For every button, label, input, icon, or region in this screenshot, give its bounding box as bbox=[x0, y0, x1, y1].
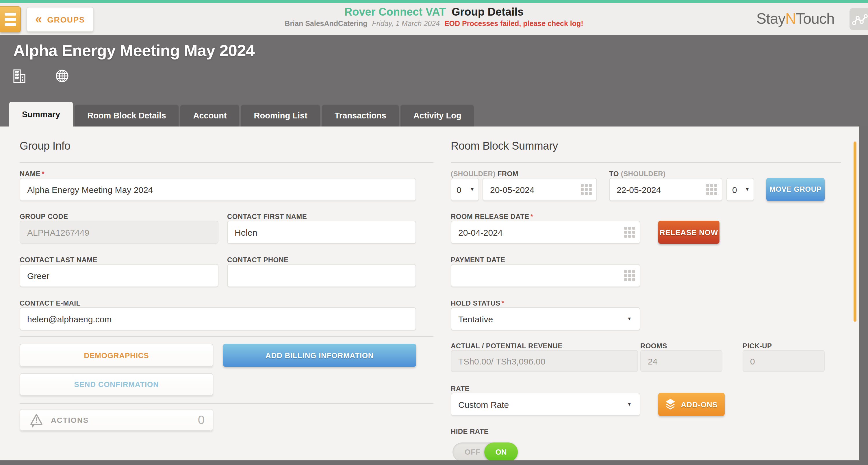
required-asterisk: * bbox=[41, 170, 44, 178]
room-release-date-label: ROOM RELEASE DATE* bbox=[451, 212, 841, 221]
group-name-title: Alpha Energy Meeting May 2024 bbox=[13, 42, 254, 60]
double-chevron-left-icon: « bbox=[35, 12, 42, 25]
business-date: Friday, 1 March 2024 bbox=[372, 20, 440, 28]
calendar-grid-icon[interactable] bbox=[706, 184, 717, 195]
demographics-button[interactable]: DEMOGRAPHICS bbox=[20, 344, 213, 367]
to-shoulder-label: TO (SHOULDER) bbox=[609, 170, 665, 178]
pickup-label: PICK-UP bbox=[743, 342, 772, 350]
group-code-label: GROUP CODE bbox=[20, 212, 68, 221]
payment-date-input[interactable] bbox=[451, 264, 640, 287]
hotel-building-icon bbox=[13, 69, 25, 83]
shoulder-from-label: (SHOULDER) FROM bbox=[451, 170, 518, 178]
contact-last-name-label: CONTACT LAST NAME bbox=[20, 256, 97, 264]
group-header-band: Alpha Energy Meeting May 2024 bbox=[0, 35, 868, 127]
stayntouch-logo: StayNTouch bbox=[756, 10, 835, 28]
send-confirmation-button[interactable]: SEND CONFIRMATION bbox=[20, 373, 213, 396]
tab-rooming-list[interactable]: Rooming List bbox=[241, 105, 320, 127]
brand-title: Rover Connect VAT bbox=[344, 6, 446, 18]
rooms-value-field bbox=[640, 350, 722, 372]
top-bar: « GROUPS Rover Connect VATGroup Details … bbox=[0, 3, 868, 35]
room-release-date-field bbox=[451, 221, 640, 244]
globe-icon bbox=[56, 69, 69, 82]
activity-monitor-button[interactable] bbox=[849, 8, 868, 30]
room-block-summary-section: Room Block Summary (SHOULDER) FROM TO (S… bbox=[451, 127, 841, 460]
tab-account[interactable]: Account bbox=[181, 105, 240, 127]
room-block-summary-heading: Room Block Summary bbox=[451, 139, 841, 153]
required-asterisk: * bbox=[502, 299, 504, 307]
caret-down-icon: ▼ bbox=[627, 402, 632, 407]
tab-transactions[interactable]: Transactions bbox=[322, 105, 399, 127]
tab-activity-log[interactable]: Activity Log bbox=[401, 105, 474, 127]
contact-email-input[interactable] bbox=[20, 307, 416, 330]
hide-rate-label: HIDE RATE bbox=[451, 427, 841, 436]
content-area: Group Info NAME* GROUP CODE CONTACT FIRS… bbox=[0, 127, 868, 465]
caret-down-icon: ▼ bbox=[627, 316, 632, 322]
shoulder-from-dropdown[interactable]: 0 ▼ bbox=[451, 178, 479, 201]
tab-summary[interactable]: Summary bbox=[9, 102, 73, 127]
page: « GROUPS Rover Connect VATGroup Details … bbox=[0, 0, 868, 465]
tab-room-block-details[interactable]: Room Block Details bbox=[74, 105, 179, 127]
move-group-button[interactable]: MOVE GROUP bbox=[766, 178, 825, 201]
divider bbox=[451, 162, 841, 163]
summary-panel: Group Info NAME* GROUP CODE CONTACT FIRS… bbox=[0, 127, 859, 460]
revenue-label: ACTUAL / POTENTIAL REVENUE bbox=[451, 342, 563, 350]
toggle-on-knob: ON bbox=[484, 442, 518, 460]
pulse-line-icon bbox=[852, 11, 868, 27]
divider bbox=[20, 403, 433, 404]
contact-email-label: CONTACT E-MAIL bbox=[20, 299, 416, 307]
name-input[interactable] bbox=[20, 178, 416, 201]
group-info-heading: Group Info bbox=[20, 139, 416, 153]
warning-bubble-icon bbox=[28, 412, 44, 428]
contact-last-name-input[interactable] bbox=[20, 264, 218, 287]
contact-first-name-input[interactable] bbox=[227, 221, 416, 244]
room-release-date-input[interactable] bbox=[451, 221, 640, 244]
pickup-value-field bbox=[743, 350, 825, 372]
shoulder-to-dropdown[interactable]: 0 ▼ bbox=[726, 178, 754, 201]
tab-bar: Summary Room Block Details Account Roomi… bbox=[9, 102, 476, 127]
actions-button[interactable]: ACTIONS 0 bbox=[20, 409, 213, 431]
to-date-input[interactable] bbox=[609, 178, 722, 201]
name-label: NAME* bbox=[20, 170, 416, 178]
rooms-label: ROOMS bbox=[640, 342, 667, 350]
contact-phone-label: CONTACT PHONE bbox=[227, 256, 289, 264]
revenue-value-field bbox=[451, 350, 638, 372]
payment-date-label: PAYMENT DATE bbox=[451, 256, 841, 264]
actions-label: ACTIONS bbox=[51, 416, 89, 424]
groups-button-label: GROUPS bbox=[47, 15, 85, 24]
calendar-grid-icon[interactable] bbox=[624, 270, 635, 281]
to-date-field bbox=[609, 178, 722, 201]
hide-rate-toggle[interactable]: OFF ON bbox=[453, 442, 518, 460]
caret-down-icon: ▼ bbox=[745, 187, 749, 192]
top-accent-strip bbox=[0, 0, 868, 3]
group-code-input bbox=[20, 221, 218, 244]
required-asterisk: * bbox=[530, 212, 533, 221]
eod-alert[interactable]: EOD Processes failed, please check log! bbox=[444, 20, 583, 28]
current-user: Brian SalesAndCatering bbox=[285, 20, 367, 28]
group-info-section: Group Info NAME* GROUP CODE CONTACT FIRS… bbox=[20, 127, 416, 431]
payment-date-field bbox=[451, 264, 640, 287]
layers-icon bbox=[665, 398, 676, 410]
page-title: Group Details bbox=[452, 6, 524, 18]
scrollbar-thumb[interactable] bbox=[854, 141, 857, 322]
toggle-off-label: OFF bbox=[465, 442, 480, 460]
actions-count: 0 bbox=[198, 413, 205, 427]
hold-status-label: HOLD STATUS* bbox=[451, 299, 841, 307]
release-now-button[interactable]: RELEASE NOW bbox=[658, 221, 719, 244]
calendar-grid-icon[interactable] bbox=[581, 184, 592, 195]
add-ons-button[interactable]: ADD-ONS bbox=[658, 393, 725, 416]
contact-phone-input[interactable] bbox=[227, 264, 416, 287]
hamburger-menu-icon[interactable] bbox=[0, 6, 21, 32]
groups-back-button[interactable]: « GROUPS bbox=[27, 7, 94, 32]
topbar-titles: Rover Connect VATGroup Details Brian Sal… bbox=[285, 6, 583, 28]
divider bbox=[20, 336, 433, 337]
rate-dropdown[interactable]: Custom Rate ▼ bbox=[451, 393, 640, 416]
rate-label: RATE bbox=[451, 385, 841, 393]
contact-first-name-label: CONTACT FIRST NAME bbox=[227, 212, 307, 221]
divider bbox=[20, 162, 433, 163]
from-date-field bbox=[483, 178, 597, 201]
from-date-input[interactable] bbox=[483, 178, 597, 201]
hold-status-dropdown[interactable]: Tentative ▼ bbox=[451, 307, 640, 330]
add-billing-information-button[interactable]: ADD BILLING INFORMATION bbox=[223, 344, 416, 367]
caret-down-icon: ▼ bbox=[470, 187, 474, 192]
calendar-grid-icon[interactable] bbox=[624, 227, 635, 238]
